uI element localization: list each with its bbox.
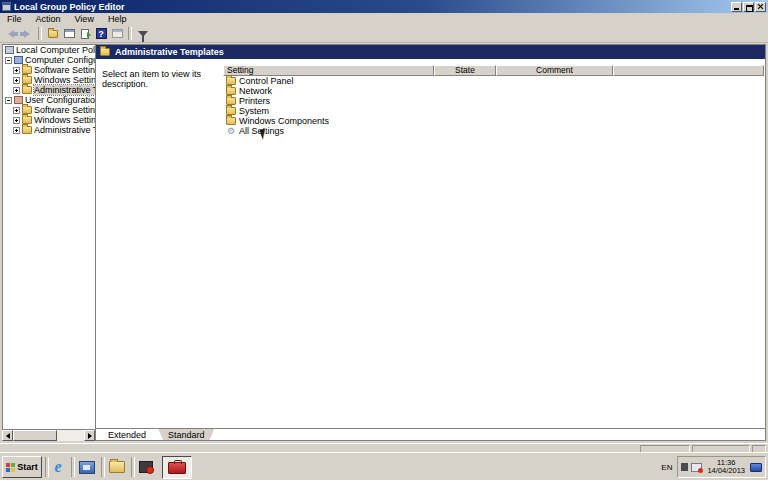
scroll-left-icon[interactable] [2, 430, 13, 441]
console-icon [5, 46, 14, 54]
tree-node-windows-settings-user[interactable]: Windows Settings [3, 115, 95, 125]
settings-list: Setting State Comment Control Panel Netw… [223, 65, 764, 428]
view-tabs: Extended Standard [98, 428, 217, 440]
folder-icon [226, 77, 236, 85]
language-indicator[interactable]: EN [656, 463, 677, 472]
collapse-expander-icon[interactable] [5, 97, 12, 104]
list-item-printers[interactable]: Printers [223, 96, 764, 106]
tree-node-administrative-templates-computer[interactable]: Administrative Tem [3, 85, 95, 95]
restore-button[interactable] [743, 2, 754, 12]
expand-expander-icon[interactable] [13, 107, 20, 114]
scroll-right-icon[interactable] [84, 430, 95, 441]
column-header-setting[interactable]: Setting [223, 65, 434, 76]
window-title: Local Group Policy Editor [14, 2, 125, 12]
system-tray: EN 11:36 14/04/2013 [656, 456, 766, 478]
show-console-tree-icon[interactable] [61, 27, 77, 41]
toolbar: ? [0, 25, 768, 43]
folder-icon [226, 87, 236, 95]
tab-standard[interactable]: Standard [158, 428, 215, 440]
clock-date: 14/04/2013 [707, 466, 745, 475]
filter-icon[interactable] [135, 27, 151, 41]
folder-icon [22, 126, 32, 134]
all-settings-gear-icon: ⚙ [226, 126, 236, 136]
list-item-windows-components[interactable]: Windows Components [223, 116, 764, 126]
folder-icon [22, 86, 32, 94]
window-titlebar: Local Group Policy Editor [0, 0, 768, 13]
column-header-state[interactable]: State [434, 65, 496, 76]
description-pane: Select an item to view its description. [102, 69, 220, 89]
scrollbar-thumb[interactable] [13, 430, 57, 441]
folder-icon [22, 76, 32, 84]
expand-expander-icon[interactable] [13, 117, 20, 124]
column-header-filler [613, 65, 764, 76]
panel-title: Administrative Templates [115, 47, 224, 57]
expand-expander-icon[interactable] [13, 87, 20, 94]
tree-node-software-settings-user[interactable]: Software Settings [3, 105, 95, 115]
windows-logo-icon [6, 463, 15, 472]
expand-expander-icon[interactable] [13, 77, 20, 84]
tray-area: 11:36 14/04/2013 [677, 456, 766, 478]
list-header-row: Setting State Comment [223, 65, 764, 76]
internet-explorer-icon[interactable]: e [48, 458, 68, 476]
expand-expander-icon[interactable] [13, 127, 20, 134]
tree-node-software-settings[interactable]: Software Settings [3, 65, 95, 75]
folder-icon [22, 66, 32, 74]
collapse-expander-icon[interactable] [5, 57, 12, 64]
tree-node-local-computer-policy[interactable]: Local Computer Policy [3, 45, 95, 55]
tree-node-computer-configuration[interactable]: Computer Configuratio [3, 55, 95, 65]
app-icon [2, 2, 11, 11]
folder-icon [22, 116, 32, 124]
tray-display-icon[interactable] [750, 463, 762, 472]
tree-horizontal-scrollbar[interactable] [2, 430, 95, 441]
taskbar-divider [101, 457, 105, 477]
taskbar-clock[interactable]: 11:36 14/04/2013 [705, 459, 747, 475]
close-button[interactable] [755, 2, 766, 12]
start-button[interactable]: Start [2, 456, 42, 478]
menu-help[interactable]: Help [101, 13, 134, 25]
menu-action[interactable]: Action [29, 13, 68, 25]
console-tree-panel: Local Computer Policy Computer Configura… [2, 44, 95, 430]
computer-config-icon [14, 56, 23, 64]
windows-explorer-icon[interactable] [107, 458, 127, 476]
minimize-button[interactable] [731, 2, 742, 12]
tree-node-user-configuration[interactable]: User Configuration [3, 95, 95, 105]
list-item-all-settings[interactable]: ⚙ All Settings [223, 126, 764, 136]
network-status-icon[interactable] [691, 463, 702, 472]
server-manager-icon[interactable] [77, 458, 97, 476]
list-item-network[interactable]: Network [223, 86, 764, 96]
tab-extended[interactable]: Extended [98, 428, 156, 440]
folder-icon [226, 97, 236, 105]
active-task-toolbox-button[interactable] [162, 456, 192, 479]
tree-node-administrative-templates-user[interactable]: Administrative Tem [3, 125, 95, 135]
taskbar-divider [71, 457, 75, 477]
toolbar-separator [128, 27, 132, 40]
column-header-comment[interactable]: Comment [496, 65, 613, 76]
folder-icon [22, 106, 32, 114]
folder-icon [100, 48, 110, 56]
user-config-icon [14, 96, 23, 104]
toolbox-icon [168, 462, 186, 474]
expand-expander-icon[interactable] [13, 67, 20, 74]
up-one-level-icon[interactable] [45, 27, 61, 41]
toolbar-separator [38, 27, 42, 40]
list-item-control-panel[interactable]: Control Panel [223, 76, 764, 86]
tree-node-windows-settings[interactable]: Windows Settings [3, 75, 95, 85]
back-arrow-icon[interactable] [3, 27, 19, 41]
taskbar-divider [131, 457, 135, 477]
list-item-system[interactable]: System [223, 106, 764, 116]
menu-view[interactable]: View [68, 13, 101, 25]
menu-file[interactable]: File [0, 13, 29, 25]
export-list-icon[interactable] [77, 27, 93, 41]
taskbar: Start e EN 11:36 14/04/2013 [0, 452, 768, 480]
menu-bar: File Action View Help [0, 13, 768, 25]
panel-header-band: Administrative Templates [96, 45, 765, 59]
properties-icon[interactable] [109, 27, 125, 41]
tray-input-icon[interactable] [681, 463, 688, 471]
folder-icon [226, 117, 236, 125]
folder-icon [226, 107, 236, 115]
settings-panel: Administrative Templates Select an item … [95, 44, 766, 441]
help-icon[interactable]: ? [93, 27, 109, 41]
status-bar [0, 443, 768, 452]
forward-arrow-icon[interactable] [19, 27, 35, 41]
media-app-icon[interactable] [136, 458, 156, 476]
